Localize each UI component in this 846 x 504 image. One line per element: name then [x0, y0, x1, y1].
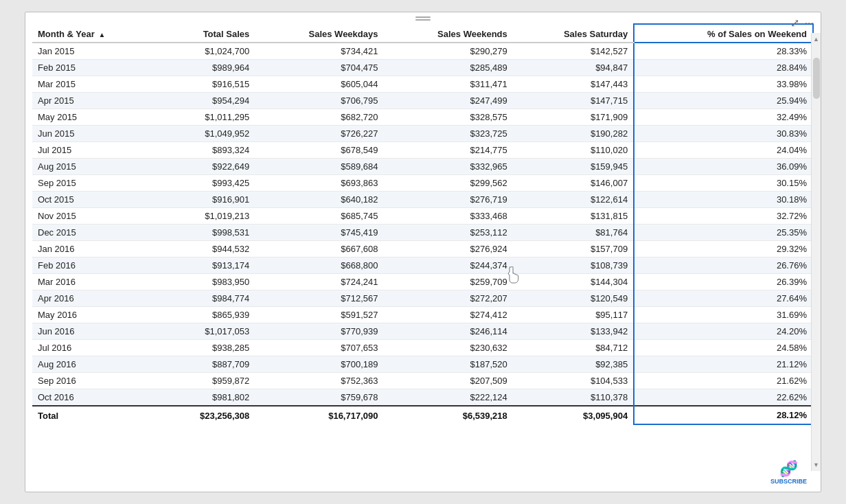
- table-cell: $259,709: [383, 274, 512, 290]
- table-cell: Dec 2015: [32, 225, 158, 241]
- scrollbar-thumb[interactable]: [813, 58, 820, 99]
- col-header-month-year[interactable]: Month & Year ▲: [32, 24, 158, 43]
- table-cell: $1,024,700: [158, 43, 255, 60]
- table-cell: 21.62%: [634, 373, 813, 389]
- table-cell: 26.76%: [634, 257, 813, 274]
- table-cell: $1,011,295: [158, 109, 255, 126]
- table-cell: $865,939: [158, 307, 255, 323]
- table-cell: $276,719: [383, 192, 512, 208]
- table-row: Aug 2016$887,709$700,189$187,520$92,3852…: [32, 356, 813, 373]
- table-cell: $704,475: [255, 60, 383, 76]
- table-cell: $989,964: [158, 60, 255, 76]
- table-cell: $706,795: [255, 93, 383, 109]
- table-cell: $770,939: [255, 323, 383, 340]
- table-cell: $92,385: [513, 356, 634, 373]
- table-cell: $253,112: [383, 225, 512, 241]
- scroll-down-arrow[interactable]: ▼: [812, 460, 821, 470]
- table-cell: Sep 2015: [32, 175, 158, 192]
- table-cell: 30.83%: [634, 126, 813, 142]
- table-cell: $110,020: [513, 142, 634, 159]
- table-cell: $120,549: [513, 290, 634, 307]
- table-cell: $246,114: [383, 323, 512, 340]
- table-row: Oct 2016$981,802$759,678$222,124$110,378…: [32, 389, 813, 406]
- col-header-sales-weekends[interactable]: Sales Weekends: [383, 24, 512, 43]
- table-cell: $104,533: [513, 373, 634, 389]
- table-row: Jul 2015$893,324$678,549$214,775$110,020…: [32, 142, 813, 159]
- table-cell: $222,124: [383, 389, 512, 406]
- table-cell: Mar 2015: [32, 76, 158, 93]
- table-cell: $1,017,053: [158, 323, 255, 340]
- table-cell: $993,425: [158, 175, 255, 192]
- table-cell: Feb 2016: [32, 257, 158, 274]
- table-cell: 31.69%: [634, 307, 813, 323]
- table-cell: $285,489: [383, 60, 512, 76]
- table-cell: $707,653: [255, 340, 383, 356]
- sort-arrow: ▲: [98, 31, 105, 38]
- table-cell: $244,374: [383, 257, 512, 274]
- table-cell: 25.94%: [634, 93, 813, 109]
- table-cell: $678,549: [255, 142, 383, 159]
- table-cell: $640,182: [255, 192, 383, 208]
- table-cell: 28.33%: [634, 43, 813, 60]
- table-cell: $94,847: [513, 60, 634, 76]
- table-row: Nov 2015$1,019,213$685,745$333,468$131,8…: [32, 208, 813, 225]
- col-header-total-sales[interactable]: Total Sales: [158, 24, 255, 43]
- table-cell: Nov 2015: [32, 208, 158, 225]
- table-row: Aug 2015$922,649$589,684$332,965$159,945…: [32, 159, 813, 175]
- table-cell: Feb 2015: [32, 60, 158, 76]
- table-cell: Apr 2016: [32, 290, 158, 307]
- table-row: Sep 2015$993,425$693,863$299,562$146,007…: [32, 175, 813, 192]
- table-cell: $95,117: [513, 307, 634, 323]
- table-cell: 26.39%: [634, 274, 813, 290]
- table-cell: $207,509: [383, 373, 512, 389]
- table-cell: Jun 2016: [32, 323, 158, 340]
- table-cell: $682,720: [255, 109, 383, 126]
- table-cell: $984,774: [158, 290, 255, 307]
- table-cell: $916,901: [158, 192, 255, 208]
- footer-sales-weekends: $6,539,218: [383, 406, 512, 424]
- table-cell: 24.20%: [634, 323, 813, 340]
- table-row: Mar 2015$916,515$605,044$311,471$147,443…: [32, 76, 813, 93]
- table-cell: $944,532: [158, 241, 255, 257]
- table-cell: Aug 2015: [32, 159, 158, 175]
- table-cell: $290,279: [383, 43, 512, 60]
- table-cell: 24.04%: [634, 142, 813, 159]
- table-wrapper: Month & Year ▲ Total Sales Sales Weekday…: [25, 23, 821, 492]
- table-row: Feb 2016$913,174$668,800$244,374$108,739…: [32, 257, 813, 274]
- table-cell: $333,468: [383, 208, 512, 225]
- table-cell: $667,608: [255, 241, 383, 257]
- table-cell: Apr 2015: [32, 93, 158, 109]
- table-cell: 32.72%: [634, 208, 813, 225]
- table-cell: 24.58%: [634, 340, 813, 356]
- col-header-sales-weekdays[interactable]: Sales Weekdays: [255, 24, 383, 43]
- scrollbar-vertical[interactable]: ▲ ▼: [811, 33, 821, 471]
- table-cell: $187,520: [383, 356, 512, 373]
- footer-label: Total: [32, 406, 158, 424]
- more-options-icon[interactable]: ···: [805, 17, 814, 30]
- table-cell: $734,421: [255, 43, 383, 60]
- table-cell: Oct 2016: [32, 389, 158, 406]
- table-cell: $745,419: [255, 225, 383, 241]
- table-row: Apr 2015$954,294$706,795$247,499$147,715…: [32, 93, 813, 109]
- table-cell: 29.32%: [634, 241, 813, 257]
- table-cell: May 2015: [32, 109, 158, 126]
- table-cell: $146,007: [513, 175, 634, 192]
- table-cell: $159,945: [513, 159, 634, 175]
- table-header-row: Month & Year ▲ Total Sales Sales Weekday…: [32, 24, 813, 43]
- table-cell: $147,443: [513, 76, 634, 93]
- table-cell: 33.98%: [634, 76, 813, 93]
- col-header-pct-sales-weekend[interactable]: % of Sales on Weekend: [634, 24, 813, 43]
- scroll-up-arrow[interactable]: ▲: [812, 34, 821, 44]
- table-cell: $685,745: [255, 208, 383, 225]
- table-cell: Oct 2015: [32, 192, 158, 208]
- table-cell: $998,531: [158, 225, 255, 241]
- table-row: Apr 2016$984,774$712,567$272,207$120,549…: [32, 290, 813, 307]
- table-row: Jan 2016$944,532$667,608$276,924$157,709…: [32, 241, 813, 257]
- table-cell: Mar 2016: [32, 274, 158, 290]
- table-cell: $712,567: [255, 290, 383, 307]
- subscribe-icon: 🧬: [779, 460, 798, 478]
- col-header-sales-saturday[interactable]: Sales Saturday: [513, 24, 634, 43]
- table-cell: $1,019,213: [158, 208, 255, 225]
- expand-icon[interactable]: ⤢: [790, 16, 799, 30]
- drag-handle[interactable]: [415, 16, 431, 21]
